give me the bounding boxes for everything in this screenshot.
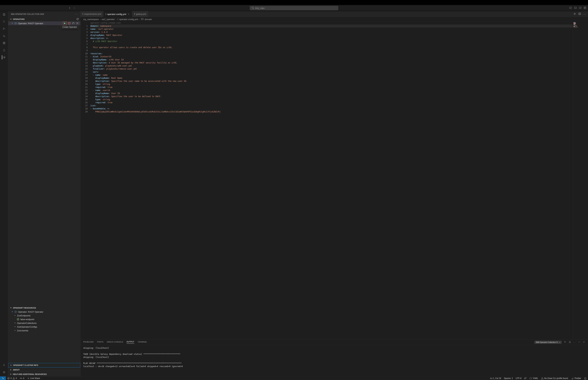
svg-rect-16	[4, 42, 5, 43]
output-channel-select[interactable]: IBM Operator Collection S ⌄	[534, 341, 562, 344]
status-eol[interactable]: LF	[523, 377, 528, 380]
svg-point-33	[28, 378, 29, 379]
operator-resource-item[interactable]: Operator: RACF Operator	[8, 310, 80, 314]
nav-forward-icon[interactable]	[73, 6, 76, 10]
check-icon	[571, 377, 574, 380]
resource-suboperatorconfigs[interactable]: SubOperatorConfigs	[11, 325, 80, 329]
status-ports[interactable]: 0	[18, 377, 25, 380]
accounts-icon[interactable]	[2, 363, 6, 367]
status-cursor[interactable]: Ln 1, Col 18	[489, 377, 503, 380]
statusbar: 0 0 0 Live Share Ln 1, Col 18 Spaces: 2 …	[0, 376, 588, 380]
panel-tab-terminal[interactable]: TERMINAL	[138, 341, 147, 343]
testing-icon[interactable]	[2, 48, 6, 52]
refresh-icon[interactable]	[76, 18, 79, 21]
radio-icon	[19, 377, 22, 380]
yaml-file-icon: !	[134, 13, 135, 15]
source-control-icon[interactable]	[2, 27, 6, 31]
command-center-search[interactable]: tmp_repo	[250, 6, 338, 10]
status-errors[interactable]: 0 0	[6, 377, 18, 380]
section-about[interactable]: ABOUT	[8, 367, 80, 372]
resource-zosendpoints[interactable]: ZosEndpoints	[11, 314, 80, 317]
filter-icon[interactable]	[564, 341, 566, 344]
panel-more-icon[interactable]: ···	[573, 341, 576, 343]
layout-customize-icon[interactable]	[584, 6, 586, 10]
endpoint-item[interactable]: false-endpoint	[14, 317, 80, 321]
tab-galaxy[interactable]: ! galaxy.yml	[132, 11, 149, 17]
svg-point-19	[4, 57, 5, 58]
operator-tree-item[interactable]: Operator: RACF Operator Create Operator	[8, 21, 80, 25]
layout-sidebar-right-icon[interactable]	[579, 6, 582, 10]
run-file-icon[interactable]	[573, 12, 576, 16]
svg-rect-30	[569, 342, 570, 343]
tab-operator-config[interactable]: ! operator-config.yml ×	[103, 11, 132, 17]
search-icon[interactable]	[2, 19, 6, 24]
warning-icon	[541, 377, 544, 380]
explorer-icon[interactable]	[2, 12, 6, 17]
code-content[interactable]: domain: namespacename: racf-operatorvers…	[90, 21, 573, 339]
close-tab-icon[interactable]: ×	[127, 13, 130, 16]
activity-bar	[0, 11, 8, 376]
create-operator-icon[interactable]	[63, 22, 66, 25]
stop-operator-icon[interactable]	[68, 22, 71, 25]
run-debug-icon[interactable]	[2, 34, 6, 38]
remote-icon[interactable]	[0, 377, 6, 380]
symbol-icon	[141, 18, 144, 21]
schema-hint: operator-config.schema.json	[90, 22, 121, 24]
svg-rect-18	[4, 43, 5, 44]
sidebar-more-icon[interactable]: ···	[75, 13, 77, 15]
status-zowe[interactable]: No Zowe CLI profile found.	[539, 377, 570, 380]
status-encoding[interactable]: UTF-8	[514, 377, 523, 380]
svg-rect-5	[585, 7, 586, 8]
kubernetes-icon	[14, 22, 17, 25]
search-placeholder: tmp_repo	[255, 7, 265, 9]
sidebar: IBM OPERATOR COLLECTION SDK ··· OPERATOR…	[8, 11, 80, 376]
svg-point-26	[15, 311, 16, 312]
resource-zosuserids[interactable]: ZosUserIds	[11, 329, 80, 332]
minimap[interactable]: ████ ████ ██ ████ ██ ████████████ ██████…	[573, 21, 588, 339]
layout-panel-icon[interactable]	[574, 6, 577, 10]
extensions-icon[interactable]	[2, 41, 6, 45]
macos-titlebar	[0, 0, 588, 5]
panel-tab-output[interactable]: OUTPUT	[127, 341, 134, 343]
status-spaces[interactable]: Spaces: 2	[502, 377, 514, 380]
section-openshift-resources[interactable]: OPENSHIFT RESOURCES	[8, 305, 80, 310]
redeploy-icon[interactable]	[72, 22, 75, 25]
tab-more-icon[interactable]: ···	[583, 13, 586, 15]
logs-icon[interactable]	[76, 22, 79, 25]
error-icon	[7, 377, 10, 380]
svg-point-23	[15, 23, 16, 24]
section-help[interactable]: HELP AND ADDITIONAL RESOURCES	[8, 372, 80, 376]
status-lang[interactable]: YAML	[528, 377, 539, 380]
resource-operatorcollections[interactable]: OperatorCollections	[11, 321, 80, 325]
breadcrumb[interactable]: my_namespace› racf_operator› ! operator-…	[80, 17, 588, 21]
settings-gear-icon[interactable]	[2, 370, 6, 374]
sidebar-title: IBM OPERATOR COLLECTION SDK	[11, 13, 44, 15]
panel-tab-ports[interactable]: PORTS	[97, 341, 103, 343]
ibm-sdk-icon[interactable]	[2, 55, 6, 59]
live-share-icon	[27, 377, 30, 380]
warning-icon	[12, 377, 15, 380]
svg-rect-1	[570, 7, 572, 9]
status-live-share[interactable]: Live Share	[25, 377, 41, 380]
bell-icon	[584, 377, 587, 380]
status-prettier[interactable]: Prettier	[570, 377, 583, 380]
editor-tabs: ! requirements.yml ! operator-config.yml…	[80, 11, 588, 17]
chevron-up-icon[interactable]	[578, 341, 581, 344]
close-panel-icon[interactable]	[583, 341, 585, 344]
status-notifications-icon[interactable]	[583, 377, 588, 380]
editor[interactable]: operator-config.schema.json 123456789101…	[80, 21, 588, 339]
panel-tab-debug[interactable]: DEBUG CONSOLE	[107, 341, 123, 343]
svg-rect-3	[579, 7, 581, 9]
section-operators[interactable]: OPERATORS	[8, 17, 80, 21]
panel-tab-problems[interactable]: PROBLEMS	[83, 341, 94, 343]
svg-point-32	[20, 378, 21, 379]
tab-requirements[interactable]: ! requirements.yml	[80, 11, 103, 17]
layout-sidebar-left-icon[interactable]	[569, 6, 572, 10]
section-cluster-info[interactable]: OPENSHIFT CLUSTER INFO	[8, 363, 80, 367]
lock-scroll-icon[interactable]	[569, 341, 571, 344]
split-editor-icon[interactable]	[578, 12, 581, 16]
search-icon	[251, 7, 254, 9]
svg-rect-4	[584, 7, 585, 8]
output-body[interactable]: skipping: [localhost] TASK [Ansible Gala…	[80, 345, 588, 376]
nav-back-icon[interactable]	[68, 6, 72, 10]
